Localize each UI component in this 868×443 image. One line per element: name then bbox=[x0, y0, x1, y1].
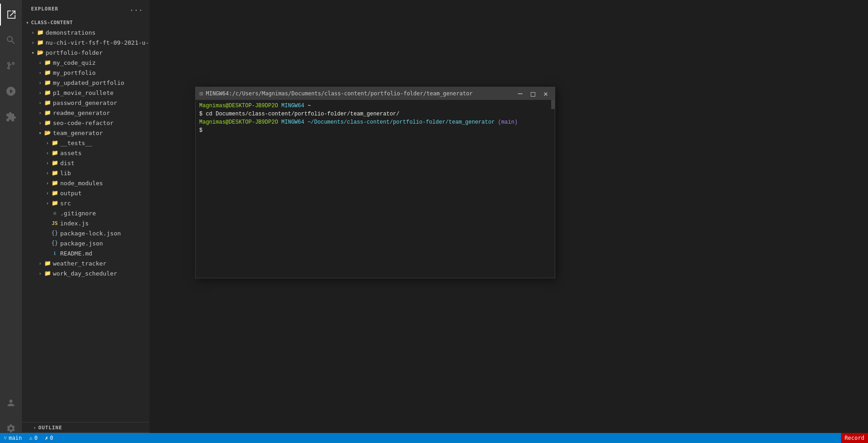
tree-item-work_day_scheduler[interactable]: 📁 work_day_scheduler bbox=[22, 268, 150, 278]
tree-arrow-portfolio-folder bbox=[29, 49, 36, 56]
tree-item-password_generator[interactable]: 📁 password_generator bbox=[22, 98, 150, 108]
tree-label-package-lock: package-lock.json bbox=[60, 230, 121, 237]
tree-item-package-json[interactable]: {} package.json bbox=[22, 238, 150, 248]
tree-label-index-js: index.js bbox=[60, 220, 89, 227]
sidebar-header-icons: ... bbox=[129, 4, 144, 14]
term-branch-2: (main) bbox=[495, 118, 517, 126]
tree-item-package-lock[interactable]: {} package-lock.json bbox=[22, 228, 150, 238]
terminal-minimize-button[interactable]: ─ bbox=[515, 89, 526, 98]
tree-item-demonstrations[interactable]: 📁 demonstrations bbox=[22, 27, 150, 37]
search-activity-icon[interactable] bbox=[0, 29, 22, 51]
activity-bar bbox=[0, 0, 22, 443]
extensions-activity-icon[interactable] bbox=[0, 106, 22, 128]
tree-arrow-seo-code-refactor bbox=[36, 119, 44, 126]
outline-section: OUTLINE bbox=[22, 422, 150, 433]
term-path-2: ~/Documents/class-content/portfolio-fold… bbox=[304, 118, 495, 126]
outline-header[interactable]: OUTLINE bbox=[22, 422, 150, 433]
tree-arrow-dist bbox=[44, 159, 51, 167]
tree-root-label: CLASS-CONTENT bbox=[31, 20, 73, 26]
terminal-close-button[interactable]: ✕ bbox=[540, 89, 551, 98]
tree-arrow-readme_generator bbox=[36, 109, 44, 116]
folder-icon-p1_movie_roullete: 📁 bbox=[44, 89, 51, 96]
tree-item-node_modules[interactable]: 📁 node_modules bbox=[22, 178, 150, 188]
tree-arrow-node_modules bbox=[44, 179, 51, 187]
folder-icon-output: 📁 bbox=[51, 189, 58, 197]
json-icon-package-json: {} bbox=[51, 240, 58, 247]
tree-label-readme_generator: readme_generator bbox=[53, 109, 110, 116]
folder-icon-my_portfolio: 📁 bbox=[44, 69, 51, 76]
tree-arrow-my_updated_portfolio bbox=[36, 79, 44, 86]
tree-item-assets[interactable]: 📁 assets bbox=[22, 148, 150, 158]
tree-label-nu-chi-virt: nu-chi-virt-fsf-ft-09-2021-u-c bbox=[46, 39, 150, 46]
terminal-body: Magnimas@DESKTOP-JB9DP2O MINGW64 ~ $ cd … bbox=[196, 100, 555, 278]
tree-item-my_code_quiz[interactable]: 📁 my_code_quiz bbox=[22, 57, 150, 68]
tree-label-my_code_quiz: my_code_quiz bbox=[53, 59, 96, 66]
tree-label-portfolio-folder: portfolio-folder bbox=[46, 49, 103, 56]
tree-label-lib: lib bbox=[60, 170, 71, 177]
terminal-title-controls: ─ □ ✕ bbox=[515, 89, 551, 98]
sidebar-more-icon[interactable]: ... bbox=[129, 4, 144, 14]
record-label: Record bbox=[845, 435, 864, 441]
tree-arrow-weather_tracker bbox=[36, 260, 44, 267]
status-warnings-item[interactable]: ⚠ 0 bbox=[26, 433, 41, 443]
tree-item-seo-code-refactor[interactable]: 📁 seo-code-refactor bbox=[22, 118, 150, 128]
json-icon-package-lock: {} bbox=[51, 229, 58, 237]
tree-arrow-work_day_scheduler bbox=[36, 270, 44, 277]
tree-arrow-my_portfolio bbox=[36, 69, 44, 76]
folder-icon-my_updated_portfolio: 📁 bbox=[44, 79, 51, 86]
tree-item-portfolio-folder[interactable]: 📂 portfolio-folder bbox=[22, 47, 150, 57]
tree-arrow-src bbox=[44, 199, 51, 207]
tree-label-__tests__: __tests__ bbox=[60, 140, 92, 146]
status-errors-item[interactable]: ✗ 0 bbox=[41, 433, 57, 443]
explorer-activity-icon[interactable] bbox=[0, 4, 22, 26]
folder-icon-weather_tracker: 📁 bbox=[44, 260, 51, 267]
folder-icon-assets: 📁 bbox=[51, 149, 58, 156]
file-tree: CLASS-CONTENT 📁 demonstrations 📁 nu-chi-… bbox=[22, 17, 150, 422]
tree-label-team_generator: team_generator bbox=[53, 130, 103, 136]
terminal-cmd-line-2: $ bbox=[199, 126, 551, 135]
tree-item-my_portfolio[interactable]: 📁 my_portfolio bbox=[22, 68, 150, 78]
outline-title: OUTLINE bbox=[38, 425, 62, 431]
folder-icon-lib: 📁 bbox=[51, 169, 58, 177]
tree-item-__tests__[interactable]: 📁 __tests__ bbox=[22, 138, 150, 148]
status-branch-item[interactable]: ⑂ main bbox=[0, 433, 26, 443]
tree-item-nu-chi-virt[interactable]: 📁 nu-chi-virt-fsf-ft-09-2021-u-c bbox=[22, 37, 150, 47]
tree-item-src[interactable]: 📁 src bbox=[22, 198, 150, 208]
terminal-scrollbar[interactable] bbox=[551, 100, 555, 278]
tree-label-node_modules: node_modules bbox=[60, 180, 103, 187]
tree-item-dist[interactable]: 📁 dist bbox=[22, 158, 150, 168]
tree-label-demonstrations: demonstrations bbox=[46, 29, 96, 36]
tree-item-lib[interactable]: 📁 lib bbox=[22, 168, 150, 178]
term-shell-1: MINGW64 bbox=[281, 102, 304, 110]
source-control-activity-icon[interactable] bbox=[0, 55, 22, 77]
branch-icon: ⑂ bbox=[4, 435, 7, 441]
tree-item-weather_tracker[interactable]: 📁 weather_tracker bbox=[22, 258, 150, 268]
tree-item-gitignore[interactable]: ⚙ .gitignore bbox=[22, 208, 150, 218]
tree-item-my_updated_portfolio[interactable]: 📁 my_updated_portfolio bbox=[22, 78, 150, 88]
tree-arrow-p1_movie_roullete bbox=[36, 89, 44, 96]
account-activity-icon[interactable] bbox=[0, 392, 22, 414]
tree-item-readme-md[interactable]: ℹ README.md bbox=[22, 248, 150, 258]
tree-label-package-json: package.json bbox=[60, 240, 103, 247]
tree-root-item[interactable]: CLASS-CONTENT bbox=[22, 17, 150, 27]
debug-activity-icon[interactable] bbox=[0, 80, 22, 102]
folder-icon-nu-chi-virt: 📁 bbox=[36, 39, 44, 46]
tree-item-index-js[interactable]: JS index.js bbox=[22, 218, 150, 228]
tree-label-output: output bbox=[60, 190, 82, 197]
tree-item-p1_movie_roullete[interactable]: 📁 p1_movie_roullete bbox=[22, 88, 150, 98]
tree-item-output[interactable]: 📁 output bbox=[22, 188, 150, 198]
term-user-1: Magnimas@DESKTOP-JB9DP2O bbox=[199, 102, 278, 110]
terminal-maximize-button[interactable]: □ bbox=[527, 89, 538, 98]
branch-name: main bbox=[9, 435, 22, 441]
folder-icon-src: 📁 bbox=[51, 199, 58, 207]
tree-item-team_generator[interactable]: 📂 team_generator bbox=[22, 128, 150, 138]
record-button[interactable]: Record bbox=[841, 433, 868, 443]
outline-arrow bbox=[31, 424, 38, 431]
tree-arrow-lib bbox=[44, 169, 51, 177]
terminal-window: ⊞ MINGW64:/c/Users/Magnimas/Documents/cl… bbox=[195, 87, 555, 278]
status-bar-right: Record bbox=[841, 433, 868, 443]
folder-icon-__tests__: 📁 bbox=[51, 139, 58, 146]
warning-icon: ⚠ bbox=[29, 435, 32, 441]
tree-label-work_day_scheduler: work_day_scheduler bbox=[53, 270, 117, 277]
tree-item-readme_generator[interactable]: 📁 readme_generator bbox=[22, 108, 150, 118]
